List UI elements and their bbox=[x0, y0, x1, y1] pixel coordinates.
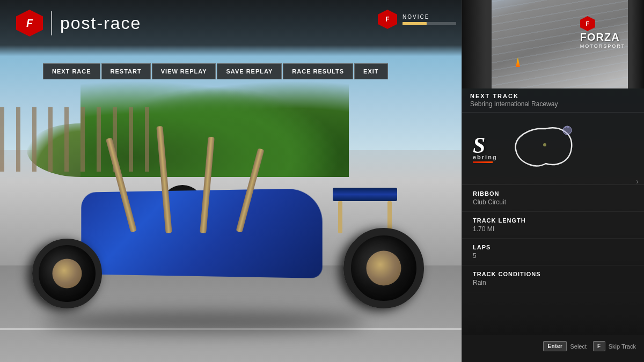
front-wheel bbox=[32, 239, 102, 308]
barrier-right bbox=[628, 0, 644, 88]
track-length-value: 1.70 MI bbox=[473, 225, 633, 233]
track-map bbox=[508, 121, 578, 176]
enter-label: Select bbox=[570, 343, 587, 350]
right-panel: F FORZA MOTORSPORT NEXT TRACK Sebring In… bbox=[462, 0, 644, 362]
sebring-name: ebring bbox=[473, 154, 497, 160]
view-replay-button[interactable]: VIEW REPLAY bbox=[152, 63, 216, 79]
page-title: post-race bbox=[60, 13, 141, 33]
nav-buttons: NEXT RACE RESTART VIEW REPLAY SAVE REPLA… bbox=[43, 63, 388, 79]
track-thumbnail: F FORZA MOTORSPORT bbox=[462, 0, 644, 88]
user-forza-logo: F bbox=[378, 10, 397, 29]
track-conditions-value: Rain bbox=[473, 279, 633, 286]
race-results-button[interactable]: RACE RESULTS bbox=[283, 63, 353, 79]
info-track-conditions: TRACK CONDITIONS Rain bbox=[462, 265, 644, 292]
user-xp-fill bbox=[402, 22, 427, 25]
scroll-arrow-icon: › bbox=[636, 177, 639, 186]
panel-fade bbox=[462, 314, 644, 335]
laps-label: LAPS bbox=[473, 244, 633, 250]
cage-bar-2 bbox=[156, 126, 172, 233]
info-track-length: TRACK LENGTH 1.70 MI bbox=[462, 212, 644, 239]
sebring-underline bbox=[473, 161, 493, 163]
forza-logo-icon: F bbox=[16, 10, 43, 36]
save-replay-button[interactable]: SAVE REPLAY bbox=[217, 63, 282, 79]
enter-control: Enter Select bbox=[543, 341, 587, 351]
next-track-label: NEXT TRACK bbox=[470, 93, 636, 99]
user-profile: F NOVICE bbox=[378, 10, 456, 29]
info-ribbon: RIBBON Club Circuit bbox=[462, 185, 644, 212]
forza-logo-text: F bbox=[26, 17, 33, 29]
info-laps: LAPS 5 bbox=[462, 239, 644, 265]
rear-wheel bbox=[343, 228, 424, 308]
cage-bar-3 bbox=[200, 137, 215, 233]
track-map-svg bbox=[508, 121, 578, 174]
thumb-motorsport-text: MOTORSPORT bbox=[580, 43, 625, 49]
track-length-label: TRACK LENGTH bbox=[473, 217, 633, 224]
thumb-forza-wordmark: FORZA bbox=[580, 31, 625, 43]
rear-wing bbox=[333, 188, 397, 201]
user-info: NOVICE bbox=[402, 14, 456, 25]
sebring-logo: S ebring bbox=[473, 134, 497, 163]
restart-button[interactable]: RESTART bbox=[101, 63, 151, 79]
ribbon-label: RIBBON bbox=[473, 190, 633, 197]
svg-point-0 bbox=[543, 143, 546, 146]
user-level-label: NOVICE bbox=[402, 14, 456, 20]
roll-cage bbox=[118, 126, 279, 233]
skip-label: Skip Track bbox=[609, 343, 636, 350]
title-divider bbox=[51, 11, 52, 35]
thumb-forza-branding: F FORZA MOTORSPORT bbox=[580, 16, 625, 49]
track-thumb-image: F FORZA MOTORSPORT bbox=[462, 0, 644, 88]
laps-value: 5 bbox=[473, 252, 633, 260]
barrier-left bbox=[462, 0, 492, 88]
skip-control: F Skip Track bbox=[593, 341, 636, 351]
car-visual bbox=[11, 72, 440, 319]
bottom-controls: Enter Select F Skip Track bbox=[543, 341, 636, 351]
skip-key: F bbox=[593, 341, 605, 351]
exit-button[interactable]: EXIT bbox=[354, 63, 387, 79]
next-race-button[interactable]: NEXT RACE bbox=[43, 63, 100, 79]
enter-key: Enter bbox=[543, 341, 567, 351]
sebring-logo-area: S ebring bbox=[462, 113, 644, 185]
logo-area: F post-race bbox=[16, 10, 141, 36]
thumb-forza-logo: F bbox=[580, 16, 595, 31]
user-xp-bar bbox=[402, 22, 456, 25]
next-track-section: NEXT TRACK Sebring International Raceway bbox=[462, 88, 644, 113]
track-conditions-label: TRACK CONDITIONS bbox=[473, 271, 633, 277]
ribbon-value: Club Circuit bbox=[473, 198, 633, 206]
sebring-s-logo: S bbox=[473, 134, 497, 157]
next-track-name: Sebring International Raceway bbox=[470, 100, 636, 108]
user-logo-text: F bbox=[385, 16, 389, 23]
cage-bar-4 bbox=[236, 148, 264, 233]
